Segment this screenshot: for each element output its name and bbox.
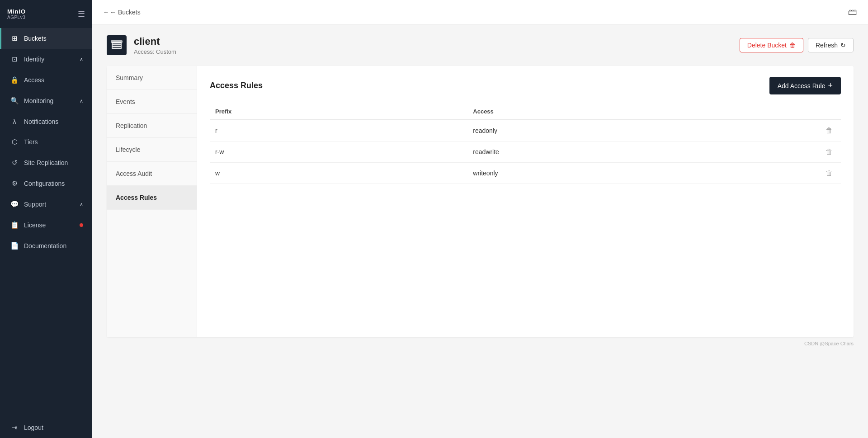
sidebar-item-license[interactable]: 📋 License	[0, 215, 92, 235]
cell-access: readonly	[467, 120, 817, 141]
sidebar-item-access-label: Access	[24, 76, 44, 84]
delete-bucket-button[interactable]: Delete Bucket 🗑	[740, 38, 803, 52]
breadcrumb-link[interactable]: ← Buckets	[110, 9, 141, 16]
identity-icon: ⊡	[10, 55, 19, 63]
sidebar-item-identity[interactable]: ⊡ Identity ∧	[0, 49, 92, 70]
delete-row-button[interactable]: 🗑	[823, 168, 835, 178]
sidebar-item-documentation[interactable]: 📄 Documentation	[0, 235, 92, 256]
buckets-icon: ⊞	[10, 34, 19, 42]
notifications-icon: λ	[10, 118, 19, 125]
cell-access: readwrite	[467, 141, 817, 163]
bucket-nav-replication[interactable]: Replication	[107, 114, 197, 138]
table-row: r readonly 🗑	[210, 120, 841, 141]
topbar: ← ← Buckets 🗃	[92, 0, 868, 24]
back-arrow-icon: ←	[103, 9, 109, 15]
column-actions	[817, 104, 841, 120]
main-area: ← ← Buckets 🗃 client	[92, 0, 868, 438]
sidebar-item-documentation-label: Documentation	[24, 242, 66, 250]
access-icon: 🔒	[10, 76, 19, 84]
column-prefix: Prefix	[210, 104, 467, 120]
table-row: r-w readwrite 🗑	[210, 141, 841, 163]
bucket-name: client	[134, 36, 176, 47]
support-expand-icon: ∧	[80, 202, 83, 207]
sidebar: MinIO AGPLv3 ☰ ⊞ Buckets ⊡ Identity ∧ 🔒 …	[0, 0, 92, 438]
sidebar-item-logout[interactable]: ⇥ Logout	[0, 417, 92, 438]
bucket-nav-lifecycle[interactable]: Lifecycle	[107, 138, 197, 162]
cell-prefix: r-w	[210, 141, 467, 163]
cell-delete: 🗑	[817, 163, 841, 184]
logo-text: MinIO	[7, 8, 26, 15]
license-icon: 📋	[10, 221, 19, 229]
access-rules-table: Prefix Access r readonly 🗑 r-w readwrite…	[210, 104, 841, 184]
cell-delete: 🗑	[817, 141, 841, 163]
support-icon: 💬	[10, 200, 19, 208]
cell-prefix: r	[210, 120, 467, 141]
sidebar-nav: ⊞ Buckets ⊡ Identity ∧ 🔒 Access 🔍 Monito…	[0, 28, 92, 417]
monitoring-icon: 🔍	[10, 97, 19, 105]
bucket-info: client Access: Custom	[134, 36, 176, 55]
delete-row-button[interactable]: 🗑	[823, 126, 835, 136]
sidebar-item-identity-label: Identity	[24, 56, 44, 63]
bucket-access: Access: Custom	[134, 48, 176, 55]
access-rules-header: Access Rules Add Access Rule +	[210, 77, 841, 94]
storage-icon[interactable]: 🗃	[848, 7, 857, 17]
sidebar-item-license-label: License	[24, 221, 46, 229]
sidebar-item-buckets-label: Buckets	[24, 35, 47, 42]
content-area: client Access: Custom Delete Bucket 🗑 Re…	[92, 24, 868, 438]
tiers-icon: ⬡	[10, 138, 19, 146]
add-rule-icon: +	[828, 81, 833, 90]
bucket-nav-summary[interactable]: Summary	[107, 66, 197, 90]
logo-version: AGPLv3	[7, 15, 25, 20]
sidebar-item-configurations-label: Configurations	[24, 180, 65, 187]
configurations-icon: ⚙	[10, 179, 19, 188]
menu-toggle-icon[interactable]: ☰	[78, 9, 85, 19]
access-rules-title: Access Rules	[210, 81, 263, 90]
bucket-nav-access-rules[interactable]: Access Rules	[107, 186, 197, 210]
cell-prefix: w	[210, 163, 467, 184]
logout-icon: ⇥	[10, 424, 19, 432]
footer-text: CSDN @Space Chars	[804, 341, 854, 346]
delete-icon: 🗑	[789, 42, 796, 49]
sidebar-item-support-label: Support	[24, 201, 46, 208]
bucket-title-area: client Access: Custom	[107, 35, 176, 55]
sidebar-item-configurations[interactable]: ⚙ Configurations	[0, 173, 92, 194]
bucket-nav-access-audit[interactable]: Access Audit	[107, 162, 197, 186]
sidebar-item-site-replication-label: Site Replication	[24, 159, 68, 166]
sidebar-item-tiers-label: Tiers	[24, 138, 38, 146]
refresh-button[interactable]: Refresh ↻	[808, 38, 854, 52]
delete-label: Delete Bucket	[747, 42, 787, 49]
documentation-icon: 📄	[10, 242, 19, 250]
column-access: Access	[467, 104, 817, 120]
refresh-icon: ↻	[840, 42, 846, 49]
bucket-body: Summary Events Replication Lifecycle Acc…	[107, 66, 854, 337]
sidebar-logo: MinIO AGPLv3 ☰	[0, 0, 92, 28]
add-access-rule-button[interactable]: Add Access Rule +	[769, 77, 841, 94]
bucket-nav-events[interactable]: Events	[107, 90, 197, 114]
cell-delete: 🗑	[817, 120, 841, 141]
table-row: w writeonly 🗑	[210, 163, 841, 184]
breadcrumb: ← ← Buckets	[103, 9, 141, 16]
bucket-icon	[107, 35, 127, 55]
sidebar-item-logout-label: Logout	[24, 424, 43, 431]
sidebar-item-support[interactable]: 💬 Support ∧	[0, 194, 92, 215]
sidebar-item-access[interactable]: 🔒 Access	[0, 70, 92, 90]
site-replication-icon: ↺	[10, 159, 19, 167]
topbar-right: 🗃	[848, 7, 857, 17]
sidebar-item-monitoring[interactable]: 🔍 Monitoring ∧	[0, 90, 92, 111]
bucket-sidenav: Summary Events Replication Lifecycle Acc…	[107, 66, 197, 337]
cell-access: writeonly	[467, 163, 817, 184]
monitoring-expand-icon: ∧	[80, 98, 83, 104]
bucket-actions: Delete Bucket 🗑 Refresh ↻	[740, 38, 854, 52]
sidebar-item-site-replication[interactable]: ↺ Site Replication	[0, 152, 92, 173]
delete-row-button[interactable]: 🗑	[823, 147, 835, 157]
sidebar-item-notifications[interactable]: λ Notifications	[0, 111, 92, 132]
refresh-label: Refresh	[816, 42, 838, 49]
sidebar-item-monitoring-label: Monitoring	[24, 97, 53, 104]
sidebar-item-buckets[interactable]: ⊞ Buckets	[0, 28, 92, 49]
license-badge	[80, 223, 83, 227]
identity-expand-icon: ∧	[80, 57, 83, 62]
svg-rect-1	[111, 40, 123, 43]
bucket-panel: Access Rules Add Access Rule + Prefix Ac…	[197, 66, 854, 337]
footer: CSDN @Space Chars	[107, 337, 854, 346]
sidebar-item-tiers[interactable]: ⬡ Tiers	[0, 132, 92, 152]
